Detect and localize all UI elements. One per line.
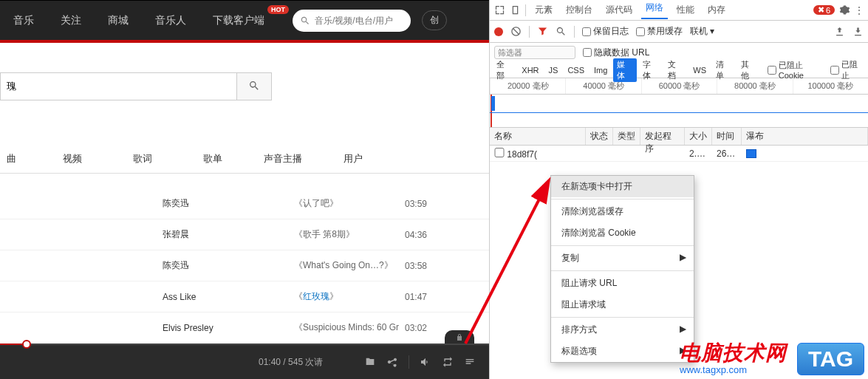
song-artist[interactable]: 张碧晨: [163, 228, 294, 241]
ctx-clear-cache[interactable]: 清除浏览器缓存: [551, 201, 694, 222]
song-duration: 03:58: [405, 261, 449, 271]
song-album[interactable]: 《歌手 第8期》: [294, 228, 405, 241]
loop-icon[interactable]: [442, 356, 454, 368]
record-button[interactable]: [494, 27, 503, 36]
folder-add-icon[interactable]: [364, 356, 376, 368]
song-artist[interactable]: 陈奕迅: [163, 197, 294, 210]
page-search-group: [0, 72, 489, 100]
nav-download-label: 下载客户端: [213, 14, 264, 27]
top-search-input[interactable]: [315, 16, 403, 26]
song-duration: 01:47: [405, 292, 449, 302]
search-icon: [248, 80, 260, 92]
tab-playlist[interactable]: 歌单: [177, 145, 247, 173]
disable-cache-checkbox[interactable]: 禁用缓存: [636, 25, 683, 38]
song-artist[interactable]: 陈奕迅: [163, 259, 294, 272]
clear-icon[interactable]: [510, 26, 522, 37]
blocked-req-checkbox[interactable]: 已阻止: [830, 59, 865, 81]
song-duration: 03:02: [405, 323, 449, 333]
top-search-box: [293, 10, 411, 32]
progress-fill: [0, 344, 25, 345]
ctx-copy[interactable]: 复制▶: [551, 247, 694, 269]
chevron-right-icon: ▶: [680, 324, 686, 334]
kebab-icon[interactable]: ⋮: [855, 5, 864, 16]
share-icon[interactable]: [386, 356, 398, 368]
devtab-elements[interactable]: 元素: [530, 4, 557, 16]
device-icon[interactable]: [510, 4, 521, 16]
create-button[interactable]: 创: [422, 10, 447, 30]
preserve-log-checkbox[interactable]: 保留日志: [582, 25, 629, 38]
song-album[interactable]: 《红玫瑰》: [294, 290, 405, 303]
ctx-block-domain[interactable]: 阻止请求域: [551, 294, 694, 315]
throttle-select[interactable]: 联机 ▾: [690, 25, 714, 38]
lock-icon: [455, 333, 464, 342]
chip-img[interactable]: Img: [590, 65, 611, 75]
song-table: 陈奕迅 《认了吧》 03:59 张碧晨 《歌手 第8期》 04:36 陈奕迅 《…: [0, 188, 489, 344]
song-album[interactable]: 《What's Going On…?》: [294, 259, 405, 272]
devtab-console[interactable]: 控制台: [561, 4, 597, 16]
page-search-button[interactable]: [236, 72, 272, 100]
tab-video[interactable]: 视频: [37, 145, 107, 173]
error-count-badge[interactable]: ✖ 6: [813, 5, 835, 15]
network-table-header: 名称 状态 类型 发起程序 大小 时间 瀑布: [490, 128, 868, 146]
hot-badge: HOT: [267, 5, 289, 14]
nav-musician[interactable]: 音乐人: [142, 1, 199, 41]
hide-data-url-checkbox[interactable]: 隐藏数据 URL: [583, 47, 649, 59]
progress-track[interactable]: [0, 344, 489, 345]
filter-input[interactable]: [494, 46, 575, 59]
song-artist[interactable]: Ass Like: [163, 292, 294, 302]
nav-music[interactable]: 音乐: [0, 1, 47, 41]
result-tabs: 曲 视频 歌词 歌单 声音主播 用户: [0, 145, 489, 174]
chip-ws[interactable]: WS: [689, 65, 710, 75]
chevron-right-icon: ▶: [680, 252, 686, 262]
context-menu: 在新选项卡中打开 清除浏览器缓存 清除浏览器 Cookie 复制▶ 阻止请求 U…: [550, 175, 694, 363]
ctx-clear-cookies[interactable]: 清除浏览器 Cookie: [551, 222, 694, 244]
devtab-performance[interactable]: 性能: [672, 4, 699, 16]
tab-lyric[interactable]: 歌词: [107, 145, 177, 173]
network-row[interactable]: 18d8f7( 2.9 ... 262...: [490, 146, 868, 162]
nav-follow[interactable]: 关注: [47, 1, 95, 41]
row-checkbox[interactable]: [494, 148, 505, 157]
chip-css[interactable]: CSS: [564, 65, 588, 75]
upload-icon[interactable]: [834, 26, 845, 37]
timeline-ruler: 20000 毫秒 40000 毫秒 60000 毫秒 80000 毫秒 1000…: [490, 78, 868, 95]
overview-strip[interactable]: [490, 95, 868, 128]
ctx-header-options[interactable]: 标题选项▶: [551, 341, 694, 362]
tab-user[interactable]: 用户: [318, 145, 388, 173]
download-icon[interactable]: [852, 26, 864, 37]
devtab-network[interactable]: 网络: [641, 1, 668, 19]
blocked-cookie-checkbox[interactable]: 已阻止 Cookie: [768, 60, 829, 80]
player-bar: 01:40 / 545 次请: [0, 345, 489, 379]
page-search-input[interactable]: [0, 72, 236, 100]
chip-xhr[interactable]: XHR: [518, 65, 542, 75]
song-album[interactable]: 《认了吧》: [294, 197, 405, 210]
volume-icon[interactable]: [420, 356, 431, 368]
waterfall-bar: [746, 149, 756, 158]
song-duration: 03:59: [405, 199, 449, 209]
progress-thumb[interactable]: [22, 340, 31, 349]
inspect-icon[interactable]: [494, 4, 505, 16]
song-duration: 04:36: [405, 230, 449, 240]
ctx-open-new-tab[interactable]: 在新选项卡中打开: [551, 176, 694, 197]
player-info: 01:40 / 545 次请: [0, 356, 323, 369]
devtab-sources[interactable]: 源代码: [601, 4, 637, 16]
song-artist[interactable]: Elvis Presley: [163, 323, 294, 333]
nav-download[interactable]: 下载客户端 HOT: [199, 1, 278, 41]
search-icon: [300, 16, 310, 26]
gear-icon[interactable]: [839, 4, 850, 16]
tab-song[interactable]: 曲: [0, 145, 37, 173]
song-album[interactable]: 《Suspicious Minds: 60 Gr: [294, 321, 405, 334]
filter-icon[interactable]: [537, 26, 548, 37]
lock-tab[interactable]: [445, 330, 474, 345]
devtab-memory[interactable]: 内存: [703, 4, 730, 16]
chip-js[interactable]: JS: [545, 65, 562, 75]
search-icon[interactable]: [556, 26, 567, 37]
ctx-sort[interactable]: 排序方式▶: [551, 319, 694, 341]
nav-mall[interactable]: 商城: [95, 1, 142, 41]
playlist-icon[interactable]: [464, 356, 476, 368]
tab-voice[interactable]: 声音主播: [247, 145, 318, 173]
watermark: 电脑技术网 www.tagxp.com TAG: [757, 339, 864, 375]
ctx-block-url[interactable]: 阻止请求 URL: [551, 273, 694, 294]
